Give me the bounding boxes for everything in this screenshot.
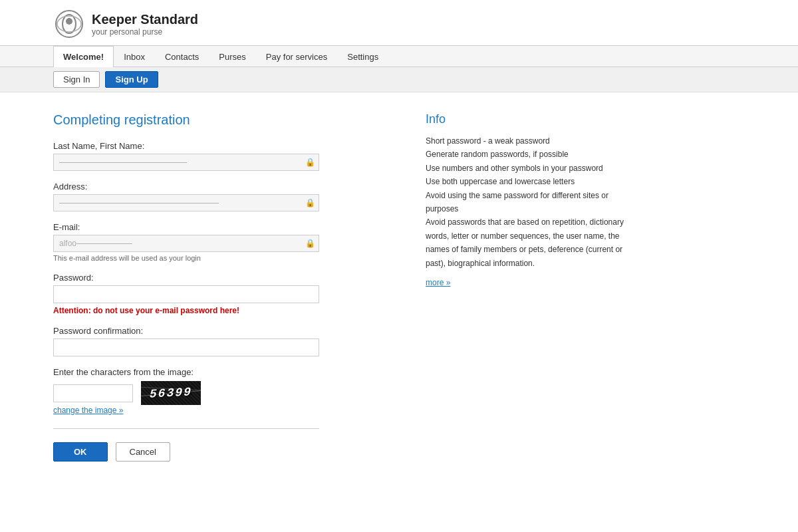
lastname-lock-icon: 🔒	[305, 158, 315, 167]
info-line-3: Use both uppercase and lowercase letters	[426, 177, 575, 186]
address-input[interactable]	[53, 194, 319, 211]
nav-tab-contacts[interactable]: Contacts	[155, 46, 209, 67]
nav-tabs: Welcome! Inbox Contacts Purses Pay for s…	[53, 46, 388, 66]
info-line-2: Use numbers and other symbols in your pa…	[426, 164, 603, 173]
lastname-group: Last Name, First Name: 🔒	[53, 141, 386, 171]
signup-button[interactable]: Sign Up	[105, 71, 158, 88]
address-label: Address:	[53, 182, 386, 192]
logo-icon	[53, 8, 85, 40]
form-title: Completing registration	[53, 112, 386, 128]
email-label: E-mail:	[53, 222, 386, 232]
password-confirm-input-wrap	[53, 338, 319, 356]
info-line-1: Generate random passwords, if possible	[426, 150, 569, 159]
form-section: Completing registration Last Name, First…	[53, 112, 386, 462]
nav-bar: Welcome! Inbox Contacts Purses Pay for s…	[0, 46, 798, 67]
nav-tab-purses[interactable]: Purses	[209, 46, 255, 67]
info-line-0: Short password - a weak password	[426, 136, 550, 146]
captcha-text: 56399	[150, 385, 193, 400]
captcha-row: 56399	[53, 381, 386, 405]
address-group: Address: 🔒	[53, 182, 386, 211]
password-label: Password:	[53, 273, 386, 283]
password-confirm-label: Password confirmation:	[53, 326, 386, 336]
info-line-4: Avoid using the same password for differ…	[426, 191, 608, 213]
email-lock-icon: 🔒	[305, 239, 315, 248]
captcha-group: Enter the characters from the image: 563…	[53, 367, 386, 415]
address-lock-icon: 🔒	[305, 198, 315, 207]
logo-subtitle: your personal purse	[92, 27, 198, 37]
main-content: Completing registration Last Name, First…	[0, 92, 798, 481]
change-image-link[interactable]: change the image »	[53, 406, 123, 415]
more-link[interactable]: more »	[426, 278, 638, 287]
nav-tab-inbox[interactable]: Inbox	[114, 46, 155, 67]
header: Keeper Standard your personal purse	[0, 0, 798, 46]
logo-text: Keeper Standard your personal purse	[92, 12, 198, 37]
lastname-label: Last Name, First Name:	[53, 141, 386, 151]
email-group: E-mail: 🔒 This e-mail address will be us…	[53, 222, 386, 262]
captcha-input[interactable]	[53, 384, 133, 402]
signin-button[interactable]: Sign In	[53, 71, 100, 88]
email-hint: This e-mail address will be used as your…	[53, 254, 386, 262]
nav-tab-welcome[interactable]: Welcome!	[53, 46, 114, 67]
ok-button[interactable]: OK	[53, 442, 108, 462]
lastname-input[interactable]	[53, 154, 319, 171]
password-confirm-input[interactable]	[53, 338, 319, 356]
password-warning: Attention: do not use your e-mail passwo…	[53, 306, 386, 315]
captcha-label: Enter the characters from the image:	[53, 367, 386, 377]
form-divider	[53, 428, 319, 429]
address-input-wrap: 🔒	[53, 194, 319, 211]
info-title: Info	[426, 112, 638, 126]
email-input[interactable]	[53, 235, 319, 252]
info-line-5: Avoid passwords that are based on repeti…	[426, 217, 624, 267]
password-group: Password: Attention: do not use your e-m…	[53, 273, 386, 315]
info-section: Info Short password - a weak password Ge…	[426, 112, 638, 462]
captcha-image: 56399	[141, 381, 201, 405]
nav-tab-settings[interactable]: Settings	[337, 46, 388, 67]
email-input-wrap: 🔒	[53, 235, 319, 252]
password-input[interactable]	[53, 285, 319, 303]
cancel-button[interactable]: Cancel	[116, 442, 170, 462]
logo-title: Keeper Standard	[92, 12, 198, 27]
nav-tab-pay-for-services[interactable]: Pay for services	[256, 46, 337, 67]
password-input-wrap	[53, 285, 319, 303]
action-bar: Sign In Sign Up	[0, 67, 798, 92]
svg-point-2	[66, 18, 72, 25]
logo: Keeper Standard your personal purse	[53, 8, 198, 40]
info-text: Short password - a weak password Generat…	[426, 134, 638, 270]
lastname-input-wrap: 🔒	[53, 154, 319, 171]
btn-row: OK Cancel	[53, 442, 386, 462]
password-confirm-group: Password confirmation:	[53, 326, 386, 356]
